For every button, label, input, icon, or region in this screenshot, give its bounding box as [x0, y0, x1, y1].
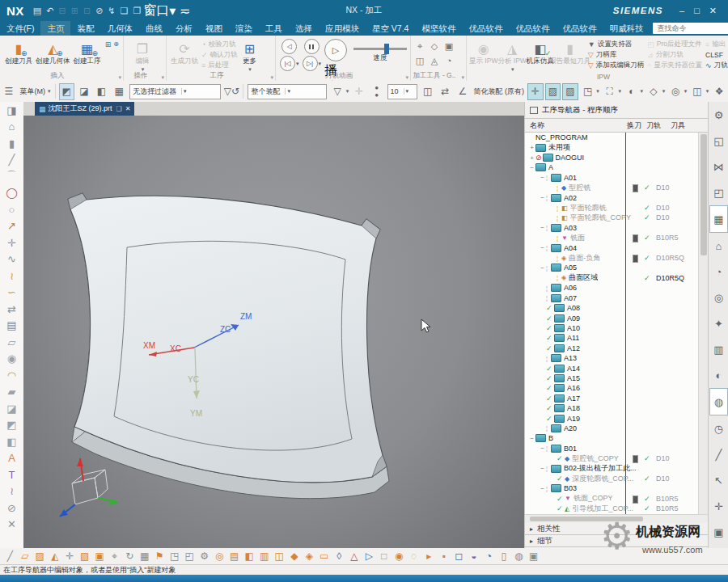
machine-tool-navigator-icon[interactable]: ⌂ [710, 233, 727, 259]
bridge-curve-icon[interactable]: ≀ [10, 268, 14, 285]
column-header-换刀[interactable]: 换刀 [627, 120, 641, 131]
tree-row[interactable]: −¦A02 [525, 192, 709, 202]
paintbrush-icon[interactable]: ❖ [711, 83, 727, 100]
tree-row[interactable]: ¦◈曲面区域✓D10R5Q [525, 273, 709, 283]
expander-icon[interactable]: − [539, 244, 546, 251]
tab-星空 V7.4[interactable]: 星空 V7.4 [366, 21, 416, 36]
path-to-curve-button[interactable]: ∿刀轨转曲线 [705, 60, 728, 70]
tab-渲染[interactable]: 渲染 [229, 21, 259, 36]
fit-window-icon[interactable]: ⛶ [602, 83, 618, 100]
oval-surface-icon[interactable]: ◉ [7, 351, 16, 368]
sheet-icon[interactable]: ▱ [8, 334, 16, 351]
holder-position-button[interactable]: ⌔显示夹持器位置 [647, 60, 702, 70]
copy-icon[interactable]: ⊞ [71, 6, 78, 16]
tab-文件(F)[interactable]: 文件(F) [0, 21, 40, 36]
post-process-button[interactable]: ≡后处理 [201, 60, 238, 70]
block-icon[interactable]: ▣ [93, 550, 108, 563]
go-end-button[interactable]: ▷| [303, 56, 318, 71]
tree-row[interactable]: NC_PROGRAM [525, 133, 709, 142]
isometric-view-icon[interactable]: ◇ [645, 83, 662, 100]
tree-row[interactable]: ✓A18 [525, 403, 709, 413]
pause-button[interactable] [304, 39, 320, 54]
wcs-icon[interactable]: ✛ [527, 83, 544, 100]
fill-surface-icon[interactable]: ▤ [227, 550, 242, 563]
window-icon[interactable]: ◫ [273, 550, 287, 563]
sketch-icon[interactable]: ▨ [33, 550, 48, 563]
tab-视图[interactable]: 视图 [199, 21, 229, 36]
hscrollbar-thumb[interactable] [530, 517, 643, 521]
constraint-navigator-icon[interactable]: ⋈ [710, 154, 727, 179]
datum-icon[interactable]: ⌂ [9, 119, 15, 136]
tree-row[interactable]: ¦▼铣面✓B10R5 [525, 233, 709, 242]
csys-icon[interactable]: ▦ [138, 550, 152, 563]
xform-icon[interactable]: ◔ [482, 550, 497, 563]
close-tab-icon[interactable]: ✕ [125, 105, 131, 112]
confirm-path-button[interactable]: ✓确认刀轨 [201, 49, 238, 60]
zoom-doc-icon[interactable]: ◳ [580, 83, 596, 100]
maximize-button[interactable]: □ [694, 6, 700, 16]
expander-icon[interactable]: + [528, 154, 535, 162]
camera-icon[interactable]: ▣ [527, 550, 541, 563]
report-shortest-tool-button[interactable]: ▮ 报告最短刀具 [554, 37, 586, 66]
shaded-view-icon[interactable]: ◐ [624, 83, 640, 100]
tool-icon-2[interactable]: ◇ [428, 40, 441, 53]
trimmed-sheet-icon[interactable]: ◪ [6, 400, 16, 417]
output-clsf-button[interactable]: ≡输出 CLSF [705, 39, 728, 49]
tree-row[interactable]: −¦B01 [525, 444, 709, 453]
part-tab[interactable]: ▦ 沈阳王工SZ (29).prt ❑ ✕ [35, 102, 134, 116]
toolbox-icon[interactable]: ✛ [710, 493, 727, 519]
point-icon[interactable]: ✛ [7, 234, 16, 251]
simulation-icon[interactable]: ✦ [710, 310, 727, 336]
divide-curve-icon[interactable]: ⇄ [7, 301, 16, 318]
half-shade-icon[interactable]: ◧ [243, 550, 257, 563]
bounded-plane-icon[interactable]: ◩ [6, 417, 16, 434]
curve-icon[interactable]: ≀ [10, 483, 14, 500]
combine-icon[interactable]: ✕ [7, 517, 16, 534]
tree-row[interactable]: ✓A11 [525, 333, 709, 343]
tree-row[interactable]: −¦B02-拔出梳子加工此... [525, 463, 709, 473]
pro-output-button[interactable]: ◰Pro后处理文件 [647, 39, 702, 49]
tree-row[interactable]: ✓A09 [525, 313, 709, 323]
tree-row[interactable]: ✓◆深度轮廓铣_COP...✓D10 [525, 474, 709, 483]
viewport-3d[interactable]: XM XC ZC ZM YC YM [23, 116, 524, 548]
wave-link-icon[interactable]: ◻ [452, 550, 467, 563]
tree-row[interactable]: ✓A08 [525, 303, 709, 313]
tool-icon-3[interactable]: ▣ [442, 40, 455, 53]
navigator-columns[interactable]: 名称换刀刀轨刀具 [525, 119, 709, 133]
helmet-icon[interactable]: ◍ [512, 550, 527, 563]
close-button[interactable]: ✕ [709, 6, 717, 16]
create-geometry-button[interactable]: ◭⊕ 创建几何体 [35, 37, 70, 66]
unite-icon[interactable]: ◉ [392, 550, 407, 563]
create-tool-button[interactable]: ▮⊕ 创建刀具 [2, 37, 35, 66]
filter-reset-icon[interactable]: ▽↺ [223, 83, 239, 100]
select-face-icon[interactable]: ◪ [76, 83, 92, 100]
step-back-button[interactable]: ◁ [281, 39, 297, 54]
tree-row[interactable]: ✓A17 [525, 394, 709, 403]
section-expand-icon[interactable]: ▸ [530, 538, 533, 545]
cone-icon[interactable]: ◭ [48, 550, 62, 563]
snap-value-dropdown[interactable]: 10▾ [387, 84, 417, 99]
ellipse-icon[interactable]: ○ [9, 201, 15, 218]
group-dropdown-icon[interactable]: ▾ [118, 74, 121, 81]
minimize-button[interactable]: – [679, 6, 684, 16]
tree-row[interactable]: ¦◧平面轮廓铣_COPY✓D10 [525, 213, 709, 222]
clsf-button[interactable]: CLSF [705, 49, 728, 60]
speed-slider-handle[interactable] [384, 44, 389, 54]
show-hatch2-icon[interactable]: ▨ [562, 83, 578, 100]
point-icon[interactable]: ✛ [63, 550, 78, 563]
process-assistant-icon[interactable]: ◔ [710, 259, 727, 285]
text-icon[interactable]: A [8, 450, 15, 467]
command-search[interactable] [653, 23, 728, 34]
pin-icon[interactable]: ❑ [116, 105, 122, 112]
cylinder-icon[interactable]: ▮ [9, 135, 15, 152]
angle-icon[interactable]: ∠ [455, 83, 471, 100]
divide-path-button[interactable]: ⊿分割刀轨 [647, 49, 702, 60]
tab-明威科技[interactable]: 明威科技 [603, 21, 650, 36]
tool-icon-5[interactable]: ◬ [428, 54, 441, 67]
swept-icon[interactable]: ◠ [7, 367, 16, 384]
verify-path-button[interactable]: ◔校验刀轨 [201, 39, 238, 49]
tool-icon-6[interactable]: ◔ [442, 54, 455, 67]
speed-slider[interactable]: 速度 [353, 43, 407, 63]
paste-icon[interactable]: ⊡ [83, 6, 91, 16]
tree-row[interactable]: ✓◆型腔铣_COPY✓D10 [525, 453, 709, 463]
